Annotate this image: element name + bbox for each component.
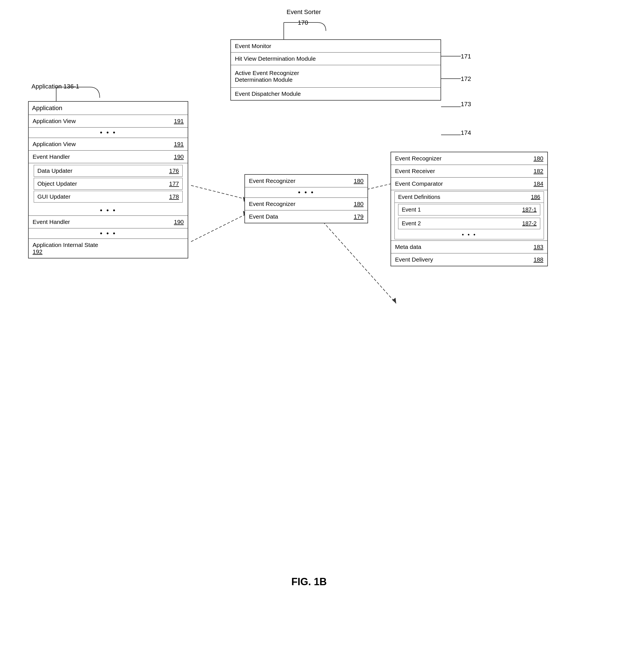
event-handler-row-2: Event Handler 190: [29, 216, 188, 229]
event-recognizer-group-box: Event Recognizer 180 • • • Event Recogni…: [244, 174, 368, 223]
hit-view-row: Hit View Determination Module: [231, 53, 440, 65]
dots-3: • • •: [29, 229, 188, 239]
gui-updater-row: GUI Updater 178: [34, 191, 183, 203]
erd-header: Event Recognizer 180: [391, 152, 547, 165]
dots-2: • • •: [29, 205, 188, 216]
erd-receiver-row: Event Receiver 182: [391, 165, 547, 178]
data-updater-row: Data Updater 176: [34, 165, 183, 177]
figure-label: FIG. 1B: [253, 576, 365, 588]
erd-event1-container: Event 1 187-1: [395, 203, 544, 217]
application-label: Application 136-1: [31, 83, 79, 90]
event-sorter-box: Event Monitor Hit View Determination Mod…: [230, 39, 441, 101]
dots-1: • • •: [29, 128, 188, 138]
ref-173: 173: [461, 101, 471, 108]
ref-172: 172: [461, 75, 471, 83]
ref-174: 174: [461, 129, 471, 136]
erd-def-header: Event Definitions 186: [395, 192, 544, 203]
erd-event2-row: Event 2 187-2: [398, 218, 540, 229]
erd-event2-box: Event 2 187-2: [398, 218, 540, 229]
app-internal-state-row: Application Internal State192: [29, 239, 188, 258]
application-box: Application Application View 191 • • • A…: [28, 101, 188, 259]
er-group-data-row: Event Data 179: [245, 210, 367, 223]
erd-definitions-box: Event Definitions 186 Event 1 187-1: [394, 191, 544, 239]
erd-delivery-row: Event Delivery 188: [391, 253, 547, 266]
event-monitor-row: Event Monitor: [231, 40, 440, 53]
er-group-er-row: Event Recognizer 180: [245, 198, 367, 210]
event-recognizer-detail-box: Event Recognizer 180 Event Receiver 182 …: [391, 152, 548, 266]
er-group-dots: • • •: [245, 187, 367, 198]
app-view-row-2: Application View 191: [29, 138, 188, 150]
object-updater-row: Object Updater 177: [34, 178, 183, 190]
app-view-row-1: Application View 191: [29, 115, 188, 128]
er-group-header: Event Recognizer 180: [245, 175, 367, 187]
application-header: Application: [29, 102, 188, 115]
nested-updaters: Data Updater 176 Object Updater 177 GUI …: [29, 163, 188, 205]
event-sorter-ref: 170: [298, 19, 308, 26]
erd-metadata-row: Meta data 183: [391, 241, 547, 253]
erd-event1-box: Event 1 187-1: [398, 204, 540, 216]
event-dispatcher-row: Event Dispatcher Module: [231, 88, 440, 100]
active-event-row: Active Event RecognizerDetermination Mod…: [231, 65, 440, 88]
erd-def-dots: • • •: [395, 230, 544, 239]
svg-line-4: [191, 186, 247, 200]
svg-marker-11: [392, 298, 396, 303]
event-handler-row-1: Event Handler 190: [29, 150, 188, 163]
svg-line-10: [323, 222, 396, 303]
erd-event1-row: Event 1 187-1: [398, 204, 540, 215]
event-sorter-label: Event Sorter: [287, 9, 321, 16]
erd-event2-container: Event 2 187-2: [395, 217, 544, 230]
ref-171: 171: [461, 53, 471, 60]
svg-line-6: [191, 214, 247, 242]
erd-comparator-row: Event Comparator 184: [391, 178, 547, 190]
erd-definitions-container: Event Definitions 186 Event 1 187-1: [391, 190, 547, 241]
